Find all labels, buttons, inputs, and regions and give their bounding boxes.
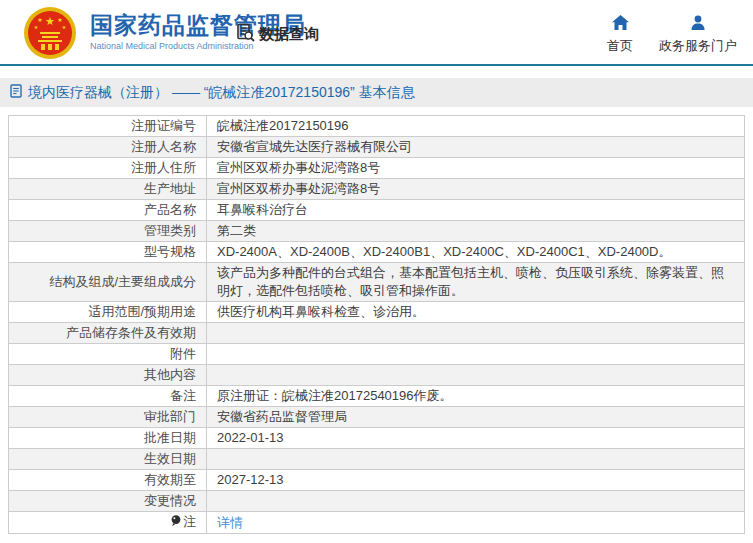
row-value (207, 449, 745, 470)
row-value: 宣州区双桥办事处泥湾路8号 (207, 158, 745, 179)
table-row: 备注原注册证：皖械注准20172540196作废。 (9, 386, 745, 407)
table-row: 批准日期2022-01-13 (9, 428, 745, 449)
nav-data-query[interactable]: 数据查询 (236, 23, 319, 45)
table-row: 变更情况 (9, 491, 745, 512)
table-row: 附件 (9, 344, 745, 365)
row-value: 宣州区双桥办事处泥湾路8号 (207, 179, 745, 200)
svg-text:★: ★ (57, 17, 62, 23)
registration-detail-table: 注册证编号皖械注准20172150196 注册人名称安徽省宣城先达医疗器械有限公… (8, 115, 745, 534)
table-row-note: 注 详情 (9, 512, 745, 534)
detail-link[interactable]: 详情 (217, 515, 243, 530)
table-row: 注册人名称安徽省宣城先达医疗器械有限公司 (9, 137, 745, 158)
row-label: 产品名称 (9, 200, 207, 221)
row-label: 注册人名称 (9, 137, 207, 158)
row-label: 有效期至 (9, 470, 207, 491)
svg-text:★: ★ (45, 15, 55, 27)
table-row: 注册人住所宣州区双桥办事处泥湾路8号 (9, 158, 745, 179)
row-value: 2022-01-13 (207, 428, 745, 449)
row-label: 注册证编号 (9, 116, 207, 137)
row-value: 该产品为多种配件的台式组合，基本配置包括主机、喷枪、负压吸引系统、除雾装置、照明… (207, 263, 745, 302)
row-label: 备注 (9, 386, 207, 407)
row-value: 2027-12-13 (207, 470, 745, 491)
row-label: 审批部门 (9, 407, 207, 428)
row-label: 结构及组成/主要组成成分 (9, 263, 207, 302)
row-label: 附件 (9, 344, 207, 365)
nav-home-label: 首页 (607, 37, 633, 55)
svg-text:★: ★ (34, 24, 39, 30)
row-value: 原注册证：皖械注准20172540196作废。 (207, 386, 745, 407)
nav-portal-label: 政务服务门户 (659, 37, 737, 55)
header-right-nav: 首页 政务服务门户 (607, 15, 737, 55)
row-value: 耳鼻喉科治疗台 (207, 200, 745, 221)
row-value (207, 344, 745, 365)
home-icon (612, 15, 629, 33)
doc-search-icon (236, 23, 255, 45)
site-header: ★ ★ ★ ★ ★ 国家药品监督管理局 National Medical Pro… (0, 0, 753, 66)
table-row: 适用范围/预期用途供医疗机构耳鼻喉科检查、诊治用。 (9, 302, 745, 323)
row-value (207, 323, 745, 344)
table-row: 型号规格XD-2400A、XD-2400B、XD-2400B1、XD-2400C… (9, 242, 745, 263)
breadcrumb: 境内医疗器械（注册） —— “皖械注准20172150196” 基本信息 (0, 78, 753, 107)
table-row: 注册证编号皖械注准20172150196 (9, 116, 745, 137)
page-title: 境内医疗器械（注册） —— “皖械注准20172150196” 基本信息 (28, 84, 415, 102)
row-value: XD-2400A、XD-2400B、XD-2400B1、XD-2400C、XD-… (207, 242, 745, 263)
row-value: 详情 (207, 512, 745, 534)
svg-text:★: ★ (62, 24, 67, 30)
table-row: 产品储存条件及有效期 (9, 323, 745, 344)
row-label: 注 (9, 512, 207, 534)
row-label: 型号规格 (9, 242, 207, 263)
row-label: 生产地址 (9, 179, 207, 200)
row-label: 产品储存条件及有效期 (9, 323, 207, 344)
table-row: 生效日期 (9, 449, 745, 470)
row-value: 安徽省宣城先达医疗器械有限公司 (207, 137, 745, 158)
nav-data-query-label: 数据查询 (259, 25, 319, 44)
table-row: 生产地址宣州区双桥办事处泥湾路8号 (9, 179, 745, 200)
nav-portal[interactable]: 政务服务门户 (659, 15, 737, 55)
table-row: 审批部门安徽省药品监督管理局 (9, 407, 745, 428)
row-label: 批准日期 (9, 428, 207, 449)
row-value: 安徽省药品监督管理局 (207, 407, 745, 428)
balloon-icon (171, 514, 181, 532)
table-row: 管理类别第二类 (9, 221, 745, 242)
row-value: 第二类 (207, 221, 745, 242)
document-icon (10, 84, 22, 102)
row-label: 其他内容 (9, 365, 207, 386)
row-label: 管理类别 (9, 221, 207, 242)
svg-text:★: ★ (37, 17, 42, 23)
row-value (207, 365, 745, 386)
note-label: 注 (183, 514, 196, 529)
row-value (207, 491, 745, 512)
nav-home[interactable]: 首页 (607, 15, 633, 55)
table-row: 其他内容 (9, 365, 745, 386)
table-row: 结构及组成/主要组成成分该产品为多种配件的台式组合，基本配置包括主机、喷枪、负压… (9, 263, 745, 302)
national-emblem-icon: ★ ★ ★ ★ ★ (24, 7, 76, 59)
row-value: 供医疗机构耳鼻喉科检查、诊治用。 (207, 302, 745, 323)
row-label: 适用范围/预期用途 (9, 302, 207, 323)
row-value: 皖械注准20172150196 (207, 116, 745, 137)
row-label: 生效日期 (9, 449, 207, 470)
table-row: 有效期至2027-12-13 (9, 470, 745, 491)
person-icon (690, 15, 706, 33)
row-label: 变更情况 (9, 491, 207, 512)
row-label: 注册人住所 (9, 158, 207, 179)
table-row: 产品名称耳鼻喉科治疗台 (9, 200, 745, 221)
